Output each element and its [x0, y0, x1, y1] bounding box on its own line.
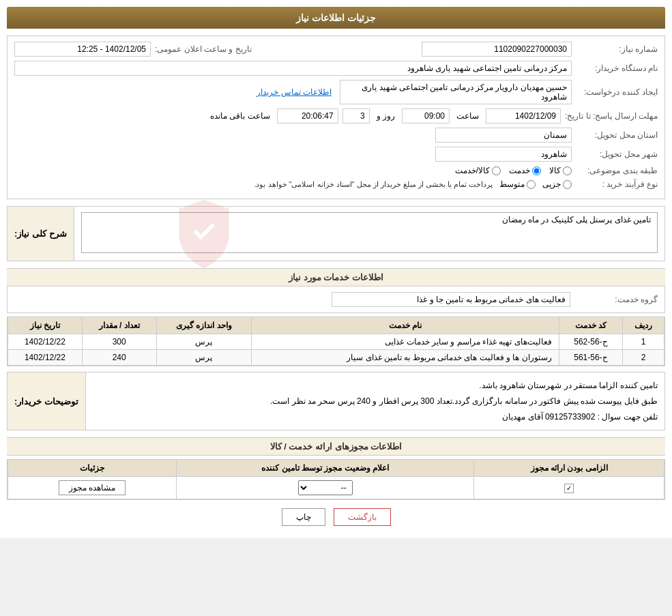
th-code: کد خدمت: [559, 317, 623, 334]
main-info-section: شماره نیاز: 1102090227000030 تاریخ و ساع…: [7, 35, 665, 199]
permits-section-header: اطلاعات مجوزهای ارائه خدمت / کالا: [7, 437, 665, 456]
process-jozyi[interactable]: جزیی: [542, 179, 572, 189]
row-category: طبقه بندی موضوعی: کالا خدمت کالا/خدمت: [14, 166, 658, 175]
radio-kala[interactable]: کالا: [549, 166, 572, 175]
label-time: ساعت: [456, 111, 479, 121]
category-radio-group: کالا خدمت کالا/خدمت: [455, 166, 572, 175]
show-permit-button[interactable]: مشاهده مجوز: [59, 480, 126, 495]
radio-motawaset-label: متوسط: [499, 179, 525, 189]
radio-jozyi-label: جزیی: [542, 179, 561, 189]
cell-name: رستوران ها و فعالیت های خدماتی مربوط به …: [251, 350, 559, 366]
buyer-note-line1: تامین کننده الزاما مستقر در شهرستان شاهر…: [93, 378, 658, 394]
watermark-shield: [170, 196, 238, 272]
permits-section-title: اطلاعات مجوزهای ارائه خدمت / کالا: [270, 441, 403, 452]
permits-table-container: الزامی بودن ارائه مجوز اعلام وضعیت مجوز …: [7, 459, 665, 500]
cell-row: 2: [623, 350, 664, 366]
cell-date: 1402/12/22: [8, 334, 83, 350]
page-header: جزئیات اطلاعات نیاز: [7, 7, 665, 29]
label-date-announce: تاریخ و ساعت اعلان عمومی:: [155, 44, 252, 54]
table-row: 1 ح-56-562 فعالیت‌های تهیه غذاء مراسم و …: [8, 334, 664, 350]
label-process: نوع فرآیند خرید :: [576, 179, 658, 189]
radio-jozyi-input[interactable]: [563, 180, 572, 189]
permit-checkbox[interactable]: ✓: [564, 484, 574, 493]
contact-info-link[interactable]: اطلاعات تماس خریدار: [257, 87, 332, 97]
permits-table: الزامی بودن ارائه مجوز اعلام وضعیت مجوز …: [8, 459, 664, 499]
row-deadline: مهلت ارسال پاسخ: تا تاریخ: 1402/12/09 سا…: [14, 108, 658, 123]
services-table-container: ردیف کد خدمت نام خدمت واحد اندازه گیری ت…: [7, 317, 665, 366]
th-unit: واحد اندازه گیری: [156, 317, 251, 334]
cell-code: ح-56-562: [559, 334, 623, 350]
label-service-group: گروه خدمت:: [576, 295, 658, 304]
row-province: استان محل تحویل: سمنان: [14, 128, 658, 143]
row-city: شهر محل تحویل: شاهرود: [14, 147, 658, 162]
cell-date: 1402/12/22: [8, 350, 83, 366]
label-day: روز و: [377, 111, 395, 121]
label-province: استان محل تحویل:: [576, 130, 658, 140]
table-row: 2 ح-56-561 رستوران ها و فعالیت های خدمات…: [8, 350, 664, 366]
radio-kala-khedmat-label: کالا/خدمت: [455, 166, 490, 175]
cell-unit: پرس: [156, 334, 251, 350]
page-title: جزئیات اطلاعات نیاز: [296, 12, 376, 23]
radio-kala-input[interactable]: [563, 166, 572, 175]
permits-table-body: ✓ -- مشاهده مجوز: [8, 477, 664, 499]
value-deadline-time: 09:00: [402, 108, 450, 123]
value-service-group: فعالیت های خدماتی مربوط به تامین جا و غذ…: [332, 292, 570, 307]
service-group-row: گروه خدمت: فعالیت های خدماتی مربوط به تا…: [7, 287, 665, 313]
buyer-note-line3: تلفن جهت سوال : 09125733902 آقای مهدیان: [93, 409, 658, 425]
page-wrapper: جزئیات اطلاعات نیاز شماره نیاز: 11020902…: [0, 0, 672, 538]
need-description-section: تامین غذای پرسنل پلی کلینیک در ماه رمضان…: [7, 206, 665, 261]
services-table-header-row: ردیف کد خدمت نام خدمت واحد اندازه گیری ت…: [8, 317, 664, 334]
cell-name: فعالیت‌های تهیه غذاء مراسم و سایر خدمات …: [251, 334, 559, 350]
print-button[interactable]: چاپ: [282, 508, 325, 526]
need-desc-flex: تامین غذای پرسنل پلی کلینیک در ماه رمضان…: [8, 207, 664, 261]
value-province: سمنان: [435, 128, 572, 143]
permit-status-cell: --: [177, 477, 474, 499]
services-table: ردیف کد خدمت نام خدمت واحد اندازه گیری ت…: [8, 317, 664, 366]
services-table-body: 1 ح-56-562 فعالیت‌های تهیه غذاء مراسم و …: [8, 334, 664, 366]
services-section-header: اطلاعات خدمات مورد نیاز: [7, 268, 665, 287]
radio-khedmat-label: خدمت: [509, 166, 530, 175]
label-city: شهر محل تحویل:: [576, 149, 658, 159]
buyer-note-line2: طبق فایل پیوست شده پیش فاکتور در سامانه …: [93, 394, 658, 409]
radio-kala-khedmat[interactable]: کالا/خدمت: [455, 166, 501, 175]
permit-row-1: ✓ -- مشاهده مجوز: [8, 477, 664, 499]
radio-khedmat[interactable]: خدمت: [509, 166, 541, 175]
radio-kala-khedmat-input[interactable]: [492, 166, 501, 175]
value-remaining-time: 20:06:47: [277, 108, 338, 123]
process-note: پرداخت تمام یا بخشی از مبلغ خریدار از مح…: [254, 180, 493, 189]
th-mandatory: الزامی بودن ارائه مجوز: [474, 460, 664, 477]
th-row: ردیف: [623, 317, 664, 334]
value-buyer-org: مرکز درمانی تامین اجتماعی شهید یاری شاهر…: [14, 61, 572, 76]
value-date-announce: 1402/12/05 - 12:25: [14, 42, 151, 57]
th-status: اعلام وضعیت مجوز توسط تامین کننده: [177, 460, 474, 477]
th-quantity: تعداد / مقدار: [82, 317, 156, 334]
buyer-notes-section-label: توضیحات خریدار:: [14, 396, 78, 407]
label-creator: ایجاد کننده درخواست:: [576, 87, 658, 97]
value-creator: حسین مهدیان دارویار مرکز درمانی تامین اج…: [340, 80, 572, 104]
cell-row: 1: [623, 334, 664, 350]
need-desc-body: تامین غذای پرسنل پلی کلینیک در ماه رمضان: [74, 207, 664, 261]
services-section-title: اطلاعات خدمات مورد نیاز: [289, 272, 383, 282]
radio-khedmat-input[interactable]: [532, 166, 541, 175]
need-desc-section-label: شرح کلی نیاز:: [14, 229, 67, 239]
process-radio-group: جزیی متوسط پرداخت تمام یا بخشی از مبلغ خ…: [254, 179, 572, 189]
back-button[interactable]: بازگشت: [334, 508, 391, 526]
radio-kala-label: کالا: [549, 166, 561, 175]
process-motawaset[interactable]: متوسط: [499, 179, 536, 189]
row-process-type: نوع فرآیند خرید : جزیی متوسط پرداخت تمام…: [14, 179, 658, 189]
action-buttons-row: بازگشت چاپ: [7, 508, 665, 526]
need-desc-text: تامین غذای پرسنل پلی کلینیک در ماه رمضان: [502, 215, 651, 224]
permit-status-select[interactable]: --: [298, 480, 353, 495]
th-date: تاریخ نیاز: [8, 317, 83, 334]
permit-details-cell: مشاهده مجوز: [8, 477, 177, 499]
cell-quantity: 240: [82, 350, 156, 366]
radio-motawaset-input[interactable]: [527, 180, 536, 189]
value-days: 3: [342, 108, 370, 123]
buyer-notes-section: تامین کننده الزاما مستقر در شهرستان شاهر…: [7, 372, 665, 430]
value-deadline-date: 1402/12/09: [486, 108, 561, 123]
row-buyer-org: نام دستگاه خریدار: مرکز درمانی تامین اجت…: [14, 61, 658, 76]
label-buyer-org: نام دستگاه خریدار:: [576, 63, 658, 73]
value-need-number: 1102090227000030: [422, 42, 572, 57]
row-need-number: شماره نیاز: 1102090227000030 تاریخ و ساع…: [14, 42, 658, 57]
buyer-notes-text: تامین کننده الزاما مستقر در شهرستان شاهر…: [86, 372, 664, 430]
